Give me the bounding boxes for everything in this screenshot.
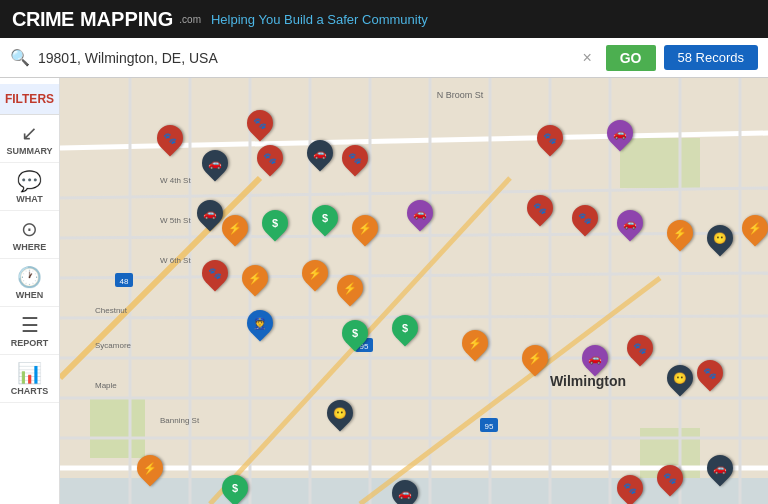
sidebar-label-summary: SUMMARY [6,146,52,156]
sidebar-label-when: WHEN [16,290,44,300]
filters-button[interactable]: FILTERS [0,84,59,115]
records-button[interactable]: 58 Records [664,45,758,70]
logo-crime: CRIME [12,8,74,31]
svg-text:Banning St: Banning St [160,416,200,425]
svg-text:W 5th St: W 5th St [160,216,191,225]
svg-text:Chestnut: Chestnut [95,306,128,315]
header: CRIMEMAPPING.com Helping You Build a Saf… [0,0,768,38]
svg-text:48: 48 [120,277,129,286]
svg-text:Sycamore: Sycamore [95,341,132,350]
svg-rect-2 [620,138,700,188]
sidebar: FILTERS ↙ SUMMARY 💬 WHAT ⊙ WHERE 🕐 WHEN … [0,78,60,504]
summary-icon: ↙ [21,123,38,143]
logo-mapping: MAPPING [80,8,173,31]
search-icon: 🔍 [10,48,30,67]
svg-text:95: 95 [485,422,494,431]
svg-text:N Broom St: N Broom St [437,90,484,100]
where-icon: ⊙ [21,219,38,239]
sidebar-item-where[interactable]: ⊙ WHERE [0,211,59,259]
search-input[interactable] [38,50,568,66]
tagline: Helping You Build a Safer Community [211,12,428,27]
sidebar-item-summary[interactable]: ↙ SUMMARY [0,115,59,163]
svg-text:W 6th St: W 6th St [160,256,191,265]
main: FILTERS ↙ SUMMARY 💬 WHAT ⊙ WHERE 🕐 WHEN … [0,78,768,504]
svg-rect-1 [90,398,145,458]
map-area[interactable]: 95 95 48 N Broom St W 4th St W 5th St W … [60,78,768,504]
sidebar-item-charts[interactable]: 📊 CHARTS [0,355,59,403]
svg-text:W 4th St: W 4th St [160,176,191,185]
sidebar-label-report: REPORT [11,338,49,348]
report-icon: ☰ [21,315,39,335]
search-bar: 🔍 × GO 58 Records [0,38,768,78]
sidebar-label-charts: CHARTS [11,386,49,396]
clear-button[interactable]: × [576,47,597,69]
sidebar-label-what: WHAT [16,194,42,204]
what-icon: 💬 [17,171,42,191]
logo-com: .com [179,14,201,25]
charts-icon: 📊 [17,363,42,383]
sidebar-item-report[interactable]: ☰ REPORT [0,307,59,355]
when-icon: 🕐 [17,267,42,287]
svg-text:Maple: Maple [95,381,117,390]
go-button[interactable]: GO [606,45,656,71]
sidebar-item-when[interactable]: 🕐 WHEN [0,259,59,307]
sidebar-label-where: WHERE [13,242,47,252]
sidebar-item-what[interactable]: 💬 WHAT [0,163,59,211]
